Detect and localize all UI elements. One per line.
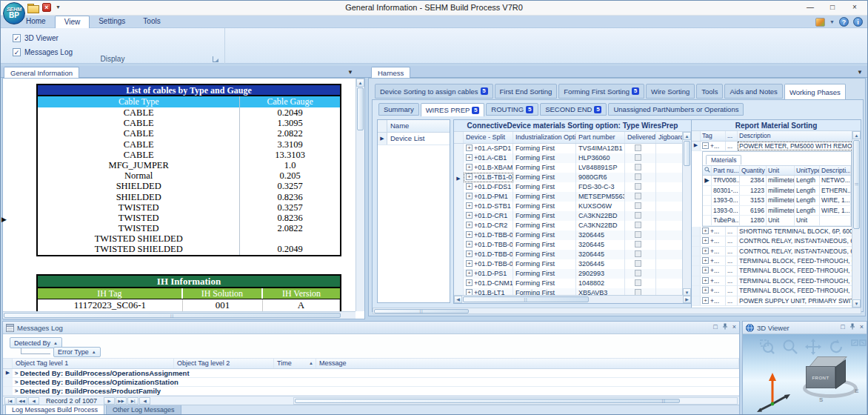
scrollbar-thumb[interactable]: || xyxy=(463,296,589,302)
material-row[interactable]: 80301-...1223millimeterLengthETHERN... xyxy=(703,186,851,196)
phase-tab[interactable]: First End Sorting xyxy=(495,84,558,99)
zoom-area-icon[interactable] xyxy=(759,339,775,355)
tab-list-dropdown-icon[interactable]: ▼ xyxy=(347,69,353,76)
expand-icon[interactable]: + xyxy=(702,237,709,244)
delivered-checkbox[interactable] xyxy=(635,222,641,228)
report-row-tag[interactable]: ++... xyxy=(701,256,726,265)
log-tab[interactable]: Log Messages Build Process xyxy=(5,405,104,415)
scroll-right-icon[interactable]: ▶ xyxy=(683,296,691,303)
device-row[interactable]: ++01.D-CR1Forming FirstCA3KN22BD xyxy=(454,211,691,221)
report-row-tag[interactable]: ++... xyxy=(701,247,726,256)
device-row[interactable]: ++01.D-TBB-01Forming First3206445 xyxy=(454,230,691,240)
delivered-checkbox[interactable] xyxy=(635,164,641,170)
checkbox-checked-icon[interactable]: ✓ xyxy=(13,34,21,42)
viewer-3d-canvas[interactable]: FRONT S E xyxy=(743,334,867,414)
device-row[interactable]: ▶++01.B-TB1-01Forming First9080GR6 xyxy=(454,173,691,182)
delivered-checkbox[interactable] xyxy=(635,202,641,209)
scroll-left-button[interactable]: ◀ xyxy=(139,397,150,405)
report-row-tag[interactable]: ++... xyxy=(701,236,726,245)
phase-tab[interactable]: Device Sorting to assign cables5 xyxy=(375,84,493,99)
device-grid-vertical-scrollbar[interactable]: ▲ ▼ xyxy=(682,132,691,296)
phase-tab[interactable]: Wire Sorting xyxy=(646,84,695,99)
delivered-checkbox[interactable] xyxy=(635,145,641,151)
delivered-checkbox[interactable] xyxy=(635,260,641,267)
close-panel-icon[interactable]: × xyxy=(860,323,864,331)
material-row[interactable]: ▶TRV008...2384millimeterLengthNETWO... xyxy=(703,176,851,186)
device-row[interactable]: ++01.D-CR2Forming FirstCA3KN22BD xyxy=(454,221,691,230)
expand-icon[interactable]: + xyxy=(466,154,473,161)
report-row[interactable]: ++......CONTROL RELAY, INSTANTANEOUS, 60… xyxy=(692,247,861,256)
col-dots[interactable]: ... xyxy=(726,131,738,141)
expand-icon[interactable]: + xyxy=(702,267,709,273)
expand-icon[interactable]: + xyxy=(702,257,709,264)
delivered-checkbox[interactable] xyxy=(635,231,641,238)
group-chip-error-type[interactable]: Error Type ▲ xyxy=(53,347,101,357)
style-selector-icon[interactable] xyxy=(815,18,825,27)
device-row[interactable]: ++01.D-STB1Forming FirstKUXSO6W xyxy=(454,202,691,211)
report-row[interactable]: ++......POWER SUPPLY UNIT, PRIMARY SWITC… xyxy=(692,296,861,306)
list-item[interactable]: ▶ Device List xyxy=(378,133,450,145)
message-group-row[interactable]: >Detected By: BuildProcess/OptimizationS… xyxy=(3,378,739,387)
scrollbar-thumb[interactable]: || xyxy=(853,140,860,229)
collapse-icon[interactable]: − xyxy=(702,142,709,149)
device-grid-horizontal-scrollbar[interactable]: ◀ || ▶ xyxy=(454,295,691,303)
prev-record-button[interactable]: ◀ xyxy=(28,397,39,405)
report-row[interactable]: ++......TERMINAL BLOCK, FEED-THROUGH, QU… xyxy=(692,276,861,286)
harness-horizontal-scrollbar[interactable]: || xyxy=(373,308,861,314)
scroll-up-icon[interactable]: ▲ xyxy=(356,79,364,87)
delivered-checkbox[interactable] xyxy=(635,193,641,199)
help-button[interactable]: ? xyxy=(839,17,849,27)
scrollbar-thumb[interactable]: || xyxy=(4,313,341,318)
search-icon[interactable] xyxy=(703,166,712,175)
col-unit[interactable]: Unit xyxy=(767,166,795,175)
delivered-checkbox[interactable] xyxy=(635,279,641,286)
restore-panel-icon[interactable]: □ xyxy=(713,323,717,331)
material-row[interactable]: TubePa...1280UnitUnit xyxy=(703,216,851,226)
col-message[interactable]: Message xyxy=(316,359,739,368)
dialog-launcher-icon[interactable] xyxy=(213,56,218,62)
restore-panel-icon[interactable]: □ xyxy=(841,323,844,331)
expand-icon[interactable]: + xyxy=(466,145,473,151)
expand-chevron-icon[interactable]: > xyxy=(13,378,20,386)
delivered-checkbox[interactable] xyxy=(635,183,641,190)
next-page-button[interactable]: ▶▶ xyxy=(116,397,127,405)
sub-tab[interactable]: WIRES PREP5 xyxy=(421,103,485,116)
device-row[interactable]: ++01.D-CNM1Forming First1048802 xyxy=(454,279,691,288)
device-row[interactable]: ++01.B-XBAM1Forming FirstLV848891SP xyxy=(454,163,691,173)
device-row[interactable]: ++01.A-SPD1Forming FirstTVS4IMA12B1 xyxy=(454,144,691,153)
col-object-tag-level-1[interactable]: Object Tag level 1 xyxy=(13,359,174,368)
ribbon-tab-tools[interactable]: Tools xyxy=(134,16,169,28)
log-tab[interactable]: Other Log Messages xyxy=(106,405,181,415)
report-row[interactable]: ++......TERMINAL BLOCK, FEED-THROUGH, QU… xyxy=(692,266,861,276)
style-dropdown-icon[interactable]: ▼ xyxy=(829,19,835,24)
expand-icon[interactable]: + xyxy=(466,231,473,238)
scrollbar-thumb[interactable]: || xyxy=(374,309,469,313)
expand-icon[interactable]: + xyxy=(466,270,473,276)
report-row[interactable]: ++......SHORTING TERMINAL BLOCK, 6P, 600… xyxy=(692,227,861,236)
expand-icon[interactable]: + xyxy=(466,164,473,170)
scroll-up-icon[interactable]: ▲ xyxy=(683,132,691,140)
scroll-left-icon[interactable]: ◀ xyxy=(454,296,462,303)
report-row[interactable]: ++......CONTROL RELAY, INSTANTANEOUS, 60… xyxy=(692,236,861,246)
expand-icon[interactable]: + xyxy=(466,260,473,267)
expand-chevron-icon[interactable]: > xyxy=(13,387,20,395)
expand-icon[interactable]: + xyxy=(466,193,473,199)
materials-tab[interactable]: Materials xyxy=(706,155,741,165)
delivered-checkbox[interactable] xyxy=(635,173,641,180)
col-description[interactable]: Descripti... xyxy=(820,166,851,175)
device-row[interactable]: ++01.D-TBB-03Forming First3206445 xyxy=(454,250,691,259)
left-panel-horizontal-scrollbar[interactable]: || xyxy=(3,311,355,319)
device-row[interactable]: ++01.D-PM1Forming FirstMETSEPM5563RD xyxy=(454,192,691,202)
expand-icon[interactable]: + xyxy=(702,287,709,293)
pin-icon[interactable] xyxy=(722,323,728,331)
col-part-number[interactable]: Part nu... xyxy=(712,166,740,175)
device-row[interactable]: ++01.D-PS1Forming First2902993 xyxy=(454,269,691,279)
col-tag[interactable]: Tag xyxy=(701,131,726,141)
pin-icon[interactable] xyxy=(849,323,855,331)
col-quantity[interactable]: Quantity xyxy=(740,166,767,175)
col-object-tag-level-2[interactable]: Object Tag level 2 xyxy=(174,359,274,368)
col-delivered[interactable]: Delivered ... xyxy=(625,132,656,143)
message-group-row[interactable]: >Detected By: BuildProcess/ProductFamily xyxy=(3,387,739,396)
scroll-up-icon[interactable]: ▲ xyxy=(852,131,861,139)
report-row-tag[interactable]: ++... xyxy=(701,286,726,295)
